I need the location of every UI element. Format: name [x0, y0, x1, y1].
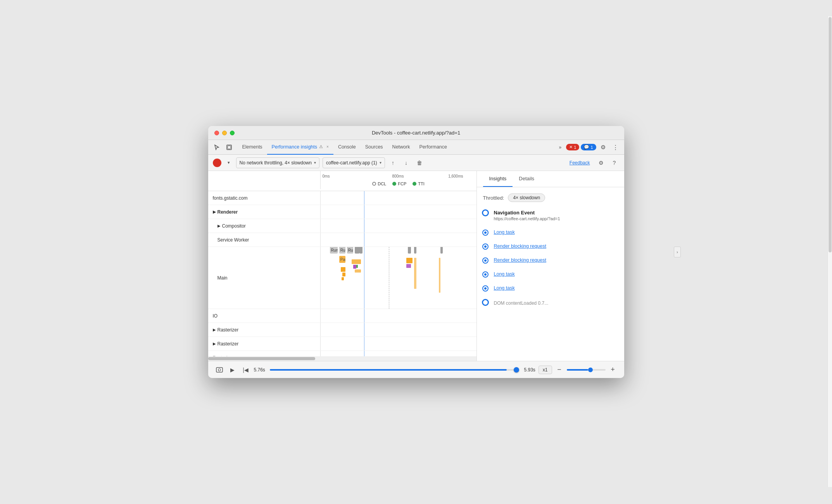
zoom-out-icon[interactable]: − [554, 365, 564, 375]
tab-bar-right: » ✕ 1 💬 1 ⚙ ⋮ [556, 142, 621, 153]
tab-sources[interactable]: Sources [361, 140, 388, 155]
playback-slider[interactable] [270, 369, 520, 371]
task-mid-purple [353, 265, 356, 269]
insight-link-long-task-2[interactable]: Long task [494, 271, 618, 277]
more-options-icon[interactable]: ⋮ [610, 142, 621, 153]
task-right-1 [406, 258, 413, 263]
tab-performance-insights[interactable]: Performance insights ⚠ × [267, 140, 333, 155]
row-content-main: Run... Ru... Ru... Par... [321, 247, 476, 309]
ruler-0ms: 0ms [323, 174, 330, 178]
insight-long-task-1: Long task [494, 230, 618, 235]
tab-close-button[interactable]: × [326, 145, 329, 149]
row-fonts: fonts.gstatic.com [208, 191, 476, 205]
task-gray-1 [355, 247, 359, 254]
tab-network[interactable]: Network [388, 140, 415, 155]
minimize-button[interactable] [222, 131, 227, 135]
svg-rect-2 [216, 368, 223, 372]
speed-badge[interactable]: x1 [539, 366, 552, 374]
feedback-link[interactable]: Feedback [570, 160, 590, 166]
insights-timeline: Navigation Event https://coffee-cart.net… [483, 210, 618, 306]
settings-icon[interactable]: ⚙ [598, 142, 609, 153]
error-badge[interactable]: ✕ 1 [566, 144, 579, 150]
svg-rect-1 [228, 146, 231, 149]
skip-back-icon[interactable]: |◀ [241, 365, 251, 375]
row-label-compositor: ▶ Compositor [208, 219, 321, 233]
more-tabs-button[interactable]: » [556, 145, 565, 150]
zoom-control: x1 − + [539, 365, 618, 375]
main-content: 0ms 800ms 1,600ms DCL FCP [208, 171, 624, 361]
row-content-fonts [321, 191, 476, 205]
timeline-header: 0ms 800ms 1,600ms DCL FCP [208, 171, 476, 191]
screenshot-icon[interactable] [214, 365, 224, 375]
milestone-fcp: FCP [392, 181, 406, 186]
task-run-2: Ru... [339, 247, 345, 254]
ruler-1600ms: 1,600ms [448, 174, 463, 178]
task-tall-1 [414, 258, 416, 289]
row-label-io: IO [208, 309, 321, 323]
chat-badge[interactable]: 💬 1 [581, 144, 596, 150]
layers-icon[interactable] [224, 142, 235, 153]
row-label-rasterizer-2: ▶ Rasterizer [208, 337, 321, 350]
row-rasterizer-2: ▶ Rasterizer [208, 337, 476, 351]
slider-thumb[interactable] [514, 367, 519, 373]
maximize-button[interactable] [230, 131, 235, 135]
tab-performance[interactable]: Performance [414, 140, 452, 155]
task-gray-5 [440, 247, 443, 254]
row-content-rasterizer-1 [321, 323, 476, 337]
insight-link-long-task-3[interactable]: Long task [494, 285, 618, 291]
settings-icon-2[interactable]: ⚙ [596, 158, 606, 168]
bottom-bar: ▶ |◀ 5.76s 5.93s x1 − + [208, 361, 624, 378]
expand-compositor[interactable]: ▶ [217, 224, 221, 228]
row-label-fonts: fonts.gstatic.com [208, 191, 321, 205]
row-content-io [321, 309, 476, 323]
timeline-scroll-thumb[interactable] [208, 357, 316, 360]
insight-dot-1 [483, 230, 488, 235]
tab-elements[interactable]: Elements [238, 140, 267, 155]
throttle-dropdown[interactable]: No network throttling, 4× slowdown ▾ [236, 157, 319, 168]
delete-icon[interactable]: 🗑 [414, 158, 425, 168]
right-panel: Insights Details Throttled: 4× slowdown [477, 171, 624, 361]
close-button[interactable] [214, 131, 219, 135]
time-start: 5.76s [254, 367, 265, 373]
throttle-badge[interactable]: 4× slowdown [508, 193, 545, 202]
tab-details[interactable]: Details [513, 171, 540, 187]
zoom-fill [567, 369, 588, 371]
panel-content: Throttled: 4× slowdown Navigation Event … [477, 187, 624, 361]
cursor-icon[interactable] [211, 142, 222, 153]
upload-icon[interactable]: ↑ [388, 158, 398, 168]
insight-link-render-blocking-1[interactable]: Render blocking request [494, 243, 618, 249]
insight-link-render-blocking-2[interactable]: Render blocking request [494, 257, 618, 263]
row-label-renderer: ▶ Renderer [208, 205, 321, 219]
throttle-row: Throttled: 4× slowdown [483, 193, 618, 202]
expand-renderer[interactable]: ▶ [213, 210, 216, 214]
zoom-slider[interactable] [567, 369, 606, 371]
dcl-dot [372, 182, 376, 186]
tab-insights[interactable]: Insights [483, 171, 513, 187]
record-dropdown[interactable]: ▾ [224, 159, 233, 167]
task-tall-2 [439, 258, 440, 293]
insight-nav-url: https://coffee-cart.netlify.app/?ad=1 [494, 216, 618, 221]
milestone-tti: TTI [413, 181, 425, 186]
zoom-thumb[interactable] [588, 368, 593, 372]
tab-console[interactable]: Console [333, 140, 361, 155]
row-content-rasterizer-3 [321, 351, 476, 356]
expand-rasterizer-1[interactable]: ▶ [213, 328, 216, 332]
milestone-dcl: DCL [372, 181, 386, 186]
row-content-renderer [321, 205, 476, 219]
target-dropdown[interactable]: coffee-cart.netlify.app (1) ▾ [323, 157, 385, 168]
insight-navigation: Navigation Event https://coffee-cart.net… [494, 210, 618, 221]
timeline-scrollbar[interactable] [208, 356, 476, 361]
tab-bar: Elements Performance insights ⚠ × Consol… [208, 140, 624, 155]
download-icon[interactable]: ↓ [401, 158, 411, 168]
record-button[interactable] [213, 159, 221, 167]
row-compositor: ▶ Compositor [208, 219, 476, 233]
expand-rasterizer-2[interactable]: ▶ [213, 342, 216, 346]
insight-dot-2 [483, 244, 488, 249]
play-icon[interactable]: ▶ [228, 365, 238, 375]
help-icon[interactable]: ? [609, 158, 620, 168]
slider-fill [270, 369, 507, 371]
insight-long-task-3: Long task [494, 285, 618, 291]
panel-tabs: Insights Details [477, 171, 624, 187]
insight-link-long-task-1[interactable]: Long task [494, 230, 618, 235]
zoom-in-icon[interactable]: + [608, 365, 618, 375]
